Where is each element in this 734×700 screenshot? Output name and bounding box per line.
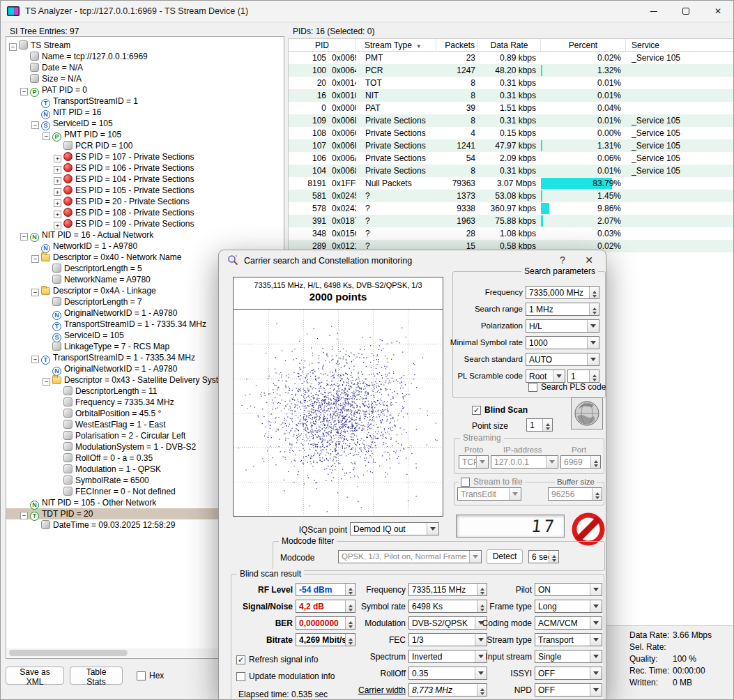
- dropdown-arrow[interactable]: [469, 551, 481, 563]
- pid-row[interactable]: 160x0010NIT80.31 kbps0.01%: [289, 89, 734, 102]
- tree-item[interactable]: −PPAT PID = 0: [6, 84, 284, 96]
- tree-item[interactable]: +ES PID = 20 - Private Sections: [6, 196, 284, 207]
- pid-row[interactable]: 1000x0064PCR124748.20 kbps1.32%: [289, 64, 734, 77]
- search-standard-select[interactable]: AUTO: [526, 353, 599, 366]
- minimize-button[interactable]: [638, 0, 670, 22]
- expand-toggle[interactable]: −: [20, 233, 28, 241]
- dropdown-arrow[interactable]: [590, 584, 602, 595]
- pid-row[interactable]: 1040x0068Private Sections80.31 kbps0.01%…: [289, 165, 734, 177]
- proto-select[interactable]: TCP: [459, 455, 489, 469]
- expand-toggle[interactable]: +: [54, 211, 61, 218]
- dropdown-arrow[interactable]: [509, 488, 521, 500]
- pid-row[interactable]: 5780x0242?9338360.97 kbps9.86%: [289, 202, 734, 215]
- dropdown-arrow[interactable]: [476, 456, 488, 468]
- search-range-spinner[interactable]: 1 MHz: [526, 303, 599, 316]
- column-header-percent[interactable]: Percent: [541, 39, 626, 51]
- spinner-buttons[interactable]: [589, 287, 599, 298]
- issyi-select[interactable]: OFF: [535, 667, 602, 680]
- expand-toggle[interactable]: −: [43, 132, 50, 140]
- tree-item[interactable]: +ES PID = 104 - Private Sections: [6, 174, 284, 185]
- stream-type-select[interactable]: Transport: [535, 633, 602, 646]
- spinner-buttons[interactable]: [542, 419, 552, 431]
- npd-select[interactable]: OFF: [535, 683, 602, 697]
- expand-toggle[interactable]: +: [54, 155, 61, 162]
- modcode-select[interactable]: QPSK, 1/3, Pilot on, Normal Frame: [338, 550, 482, 563]
- polarization-select[interactable]: H/L: [526, 319, 599, 333]
- tree-item[interactable]: −TS Stream: [6, 40, 284, 51]
- spinner-buttons[interactable]: [589, 303, 599, 315]
- globe-button[interactable]: [571, 397, 603, 429]
- minimal-symbol-rate-select[interactable]: 1000: [526, 336, 599, 349]
- port-spinner[interactable]: 6969: [560, 455, 601, 469]
- spinner-buttons[interactable]: [549, 551, 558, 563]
- tree-item[interactable]: NNIT PID = 16: [6, 107, 284, 118]
- expand-toggle[interactable]: +: [54, 199, 61, 207]
- maximize-button[interactable]: [670, 0, 702, 22]
- stream-target-select[interactable]: TransEdit: [457, 487, 521, 501]
- stream-to-file-checkbox[interactable]: Stream to file: [459, 477, 525, 487]
- tree-item[interactable]: Name = tcp://127.0.0.1:6969: [6, 51, 284, 62]
- dropdown-arrow[interactable]: [587, 353, 599, 365]
- dropdown-arrow[interactable]: [587, 337, 599, 349]
- column-header-pid[interactable]: PID: [289, 39, 356, 51]
- dropdown-arrow[interactable]: [590, 667, 602, 679]
- pid-row[interactable]: 200x0014TOT80.31 kbps0.01%: [289, 77, 734, 89]
- dropdown-arrow[interactable]: [590, 634, 602, 646]
- save-as-xml-button[interactable]: Save as XML: [6, 667, 64, 685]
- expand-toggle[interactable]: −: [9, 43, 17, 51]
- detect-interval-spinner[interactable]: 6 sec: [528, 550, 559, 563]
- table-stats-button[interactable]: Table Stats: [70, 667, 123, 685]
- pid-row[interactable]: 1090x006DPrivate Sections80.31 kbps0.01%…: [289, 114, 734, 127]
- dropdown-arrow[interactable]: [590, 617, 602, 629]
- dropdown-arrow[interactable]: [427, 523, 438, 535]
- dialog-close-button[interactable]: ✕: [582, 254, 596, 266]
- tree-item[interactable]: +ES PID = 109 - Private Sections: [6, 218, 284, 229]
- tree-item[interactable]: +ES PID = 105 - Private Sections: [6, 185, 284, 196]
- window-titlebar[interactable]: TS Analyzer - tcp://127.0.0.1:6969 - TS …: [0, 0, 734, 22]
- tree-item[interactable]: −PPMT PID = 105: [6, 129, 284, 140]
- close-button[interactable]: ✕: [702, 0, 734, 22]
- ip-address-select[interactable]: 127.0.0.1: [491, 455, 558, 469]
- dropdown-arrow[interactable]: [590, 650, 602, 662]
- dropdown-arrow[interactable]: [553, 370, 565, 382]
- column-header-data-rate[interactable]: Data Rate: [478, 39, 541, 51]
- coding-mode-select[interactable]: ACM/VCM: [535, 616, 602, 630]
- pilot-select[interactable]: ON: [535, 583, 602, 596]
- pid-row[interactable]: 00x0000PAT391.51 kbps0.04%: [289, 102, 734, 114]
- tree-item[interactable]: +ES PID = 106 - Private Sections: [6, 162, 284, 174]
- pid-row[interactable]: 5810x0245?137353.08 kbps1.45%: [289, 190, 734, 202]
- expand-toggle[interactable]: +: [54, 177, 61, 185]
- tree-item[interactable]: +ES PID = 108 - Private Sections: [6, 207, 284, 218]
- pid-row[interactable]: 1080x006CPrivate Sections40.15 kbps0.00%…: [289, 127, 734, 139]
- detect-button[interactable]: Detect: [487, 549, 523, 564]
- tree-item[interactable]: PCR PID = 100: [6, 140, 284, 151]
- tree-item[interactable]: Date = N/A: [6, 62, 284, 73]
- dropdown-arrow[interactable]: [546, 456, 558, 468]
- expand-toggle[interactable]: −: [31, 289, 39, 296]
- expand-toggle[interactable]: −: [20, 88, 28, 96]
- pid-row[interactable]: 3480x015C?281.08 kbps0.03%: [289, 227, 734, 240]
- expand-toggle[interactable]: −: [31, 121, 39, 129]
- spinner-buttons[interactable]: [590, 456, 600, 468]
- dropdown-arrow[interactable]: [590, 600, 602, 612]
- expand-toggle[interactable]: −: [20, 512, 28, 519]
- tree-item[interactable]: +ES PID = 107 - Private Sections: [6, 151, 284, 162]
- blind-scan-checkbox[interactable]: Blind Scan: [472, 405, 528, 415]
- tree-item[interactable]: Size = N/A: [6, 73, 284, 84]
- update-modulation-info-checkbox[interactable]: Update modulation info: [236, 671, 335, 681]
- pid-row[interactable]: 1050x0069PMT230.89 kbps0.02%_Service 105: [289, 52, 734, 64]
- input-stream-select[interactable]: Single: [535, 650, 602, 663]
- pl-scramble-mode-select[interactable]: Root: [526, 370, 565, 383]
- pl-scramble-code-spinner[interactable]: 1: [567, 370, 599, 383]
- frequency-spinner[interactable]: 7335,000 MHz: [526, 286, 599, 299]
- pid-row[interactable]: 1070x006BPrivate Sections124147.97 kbps1…: [289, 139, 734, 152]
- column-header-stream-type[interactable]: Stream Type▼: [356, 39, 436, 51]
- search-pls-code-checkbox[interactable]: Search PLS code: [528, 382, 606, 392]
- scrollbar-thumb[interactable]: [9, 650, 128, 656]
- pid-row[interactable]: 3910x0187?196375.88 kbps2.07%: [289, 215, 734, 227]
- dialog-help-button[interactable]: ?: [556, 254, 569, 266]
- hex-checkbox[interactable]: Hex: [137, 671, 164, 680]
- expand-toggle[interactable]: −: [43, 378, 50, 386]
- tree-item[interactable]: TTransportStreamID = 1: [6, 96, 284, 107]
- pid-row[interactable]: 1060x006APrivate Sections542.09 kbps0.06…: [289, 152, 734, 165]
